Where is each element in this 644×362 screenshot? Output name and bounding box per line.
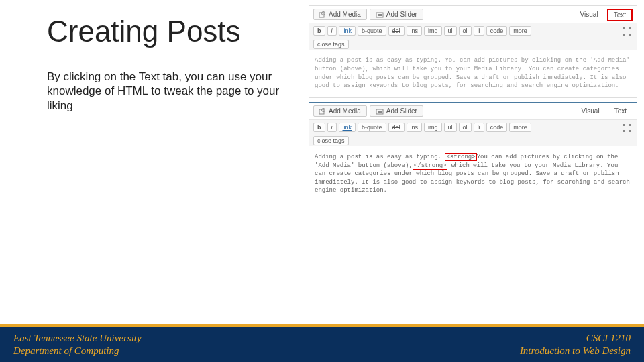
svg-rect-3: [378, 14, 382, 16]
toolbar: b i link b-quote del ins img ul ol li co…: [309, 23, 637, 38]
li-button[interactable]: li: [474, 26, 484, 36]
ol-button[interactable]: ol: [459, 26, 472, 36]
add-media-label: Add Media: [329, 11, 361, 18]
slide-title: Creating Posts: [47, 17, 295, 46]
editor-content-1[interactable]: Adding a post is as easy as typing. You …: [309, 50, 637, 97]
media-icon: [319, 107, 326, 115]
visual-tab-2[interactable]: Visual: [576, 105, 606, 117]
svg-rect-7: [378, 111, 382, 113]
link-button[interactable]: link: [339, 123, 356, 132]
italic-button[interactable]: i: [327, 123, 337, 132]
add-slider-button-2[interactable]: Add Slider: [370, 105, 423, 117]
ol-button[interactable]: ol: [459, 123, 472, 132]
fullscreen-icon[interactable]: [623, 124, 631, 132]
highlight-strong-close: </strong>: [413, 162, 448, 170]
toolbar-2: b i link b-quote del ins img ul ol li co…: [309, 120, 637, 135]
bold-button[interactable]: b: [313, 123, 325, 132]
close-tags-button-2[interactable]: close tags: [313, 136, 349, 145]
more-button[interactable]: more: [509, 26, 531, 36]
code-button[interactable]: code: [486, 26, 508, 36]
visual-tab[interactable]: Visual: [574, 9, 604, 21]
fullscreen-icon[interactable]: [623, 27, 631, 36]
img-button[interactable]: img: [424, 123, 442, 132]
bold-button[interactable]: b: [313, 26, 325, 36]
close-tags-row: close tags: [309, 38, 637, 50]
ul-button[interactable]: ul: [444, 123, 457, 132]
bquote-button[interactable]: b-quote: [358, 123, 386, 132]
slide-body: By clicking on the Text tab, you can use…: [47, 70, 295, 113]
link-button[interactable]: link: [339, 26, 356, 36]
add-slider-label: Add Slider: [386, 11, 417, 18]
text-tab[interactable]: Text: [607, 9, 633, 21]
footer-course-code: CSCI 1210: [520, 332, 631, 345]
add-media-button-2[interactable]: Add Media: [313, 105, 367, 117]
editor-screenshot-1: Add Media Add Slider Visual Text b i lin…: [309, 5, 637, 98]
italic-button[interactable]: i: [327, 26, 337, 36]
ins-button[interactable]: ins: [407, 123, 423, 132]
slider-icon: [376, 11, 384, 18]
footer: East Tennessee State University Departme…: [0, 327, 644, 362]
media-row: Add Media Add Slider Visual Text: [309, 6, 637, 23]
ul-button[interactable]: ul: [444, 26, 457, 36]
editor-content-2[interactable]: Adding a post is as easy as typing. <str…: [309, 146, 637, 202]
bquote-button[interactable]: b-quote: [358, 26, 386, 36]
media-row-2: Add Media Add Slider Visual Text: [309, 103, 637, 120]
svg-point-1: [322, 12, 325, 15]
close-tags-button[interactable]: close tags: [313, 40, 349, 49]
add-slider-button[interactable]: Add Slider: [370, 9, 423, 20]
text-tab-2[interactable]: Text: [608, 105, 633, 117]
add-media-button[interactable]: Add Media: [313, 9, 367, 20]
content2-pre: Adding a post is as easy as typing.: [315, 154, 445, 160]
svg-point-5: [322, 109, 325, 112]
more-button[interactable]: more: [509, 123, 531, 132]
footer-course-name: Introduction to Web Design: [520, 345, 631, 358]
del-button[interactable]: del: [388, 123, 405, 132]
ins-button[interactable]: ins: [407, 26, 423, 36]
img-button[interactable]: img: [424, 26, 442, 36]
footer-university: East Tennessee State University: [13, 332, 142, 345]
media-icon: [319, 11, 326, 18]
add-media-label: Add Media: [329, 107, 361, 115]
editor-screenshot-2: Add Media Add Slider Visual Text b i lin…: [309, 102, 637, 202]
li-button[interactable]: li: [474, 123, 484, 132]
slider-icon: [376, 107, 384, 115]
add-slider-label: Add Slider: [386, 107, 417, 115]
del-button[interactable]: del: [388, 26, 405, 36]
code-button[interactable]: code: [486, 123, 508, 132]
highlight-strong-open: <strong>: [445, 153, 476, 161]
close-tags-row-2: close tags: [309, 135, 637, 146]
footer-department: Department of Computing: [13, 345, 142, 358]
